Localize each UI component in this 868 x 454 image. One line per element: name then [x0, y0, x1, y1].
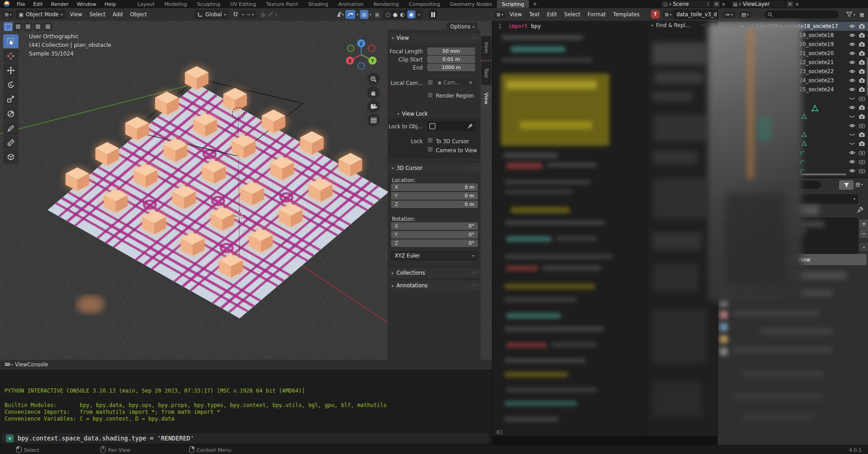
camera-to-view-checkbox[interactable]	[427, 146, 433, 152]
new-collection-button[interactable]: ▦	[857, 10, 866, 19]
cursor-rot-z[interactable]: Z0°	[391, 239, 478, 247]
collections-panel-header[interactable]: ▸Collections∷∷	[388, 268, 481, 277]
viewport-menu-select[interactable]: Select	[86, 11, 109, 18]
hide-viewport-toggle[interactable]	[849, 41, 855, 49]
slot-list[interactable]	[723, 218, 858, 254]
select-mode-new[interactable]	[4, 22, 13, 31]
workspace-tab-animation[interactable]: Animation	[333, 0, 368, 8]
hide-viewport-toggle[interactable]	[849, 113, 855, 121]
outliner-search[interactable]	[764, 10, 839, 19]
text-menu-edit[interactable]: Edit	[543, 11, 561, 18]
select-mode-intersect[interactable]	[43, 22, 52, 31]
local-camera-checkbox[interactable]	[427, 80, 433, 85]
scene-selector[interactable]: ◲ ▾ Scene ⟟	[661, 1, 711, 7]
axis-neg-x-ball[interactable]	[368, 45, 375, 52]
tool-annotate[interactable]	[3, 121, 19, 135]
select-mode-invert[interactable]	[33, 22, 42, 31]
outliner-row[interactable]: 24_societe23	[718, 76, 868, 85]
hide-render-toggle[interactable]	[859, 113, 865, 121]
remove-slot-button[interactable]: −	[859, 229, 868, 238]
text-menu-view[interactable]: View	[506, 11, 525, 18]
properties-display-toggle[interactable]: ▤▾	[855, 181, 863, 187]
outliner-row[interactable]	[718, 130, 868, 139]
menu-render[interactable]: Render	[47, 0, 73, 8]
add-slot-button[interactable]: +	[859, 220, 868, 229]
outliner-display-mode[interactable]: ▤▾	[740, 11, 750, 18]
zoom-button[interactable]	[367, 73, 380, 85]
hide-render-toggle[interactable]	[859, 86, 865, 94]
clip-start-field[interactable]: 0.01 m	[427, 56, 475, 63]
console-menu-console[interactable]: Console	[27, 361, 48, 368]
cursor-rot-x[interactable]: X0°	[391, 222, 478, 230]
tool-scale[interactable]	[3, 92, 19, 106]
hide-render-toggle[interactable]	[859, 159, 865, 166]
text-editor-body[interactable]: 1 import bpy 61 ▾Find & Repl...∷∷ File: …	[492, 21, 718, 436]
hide-viewport-toggle[interactable]	[849, 122, 855, 130]
eyedropper-icon[interactable]	[467, 123, 473, 129]
text-datablock-selector[interactable]: ≣▾ data_toile_v3_dro	[663, 9, 721, 19]
local-camera-field[interactable]: ▣ Cam... ×	[435, 79, 475, 86]
outliner-row[interactable]	[718, 121, 868, 130]
snapping-controls[interactable]: ⊢⊣▾	[232, 10, 256, 19]
workspace-tab-uv-editing[interactable]: UV Editing	[225, 0, 261, 8]
select-mode-subtract[interactable]	[24, 22, 33, 31]
hide-viewport-toggle[interactable]	[849, 32, 855, 40]
show-gizmo-toggle[interactable]	[345, 10, 355, 19]
hide-render-toggle[interactable]	[859, 41, 865, 49]
viewport-menu-object[interactable]: Object	[127, 11, 151, 18]
hide-viewport-toggle[interactable]	[849, 59, 855, 67]
hide-render-toggle[interactable]	[859, 32, 865, 40]
slot-specials-button[interactable]: ▾	[859, 243, 868, 251]
overlays-toggle[interactable]: ◎	[360, 10, 368, 19]
outliner-row[interactable]: 21_societe20	[718, 49, 868, 58]
cursor-panel-header[interactable]: ▾3D Cursor∷∷	[388, 164, 481, 173]
sidebar-tab-tool[interactable]: Tool	[481, 61, 491, 85]
viewlayer-selector[interactable]: ▤ ▾ ViewLayer	[731, 1, 785, 7]
rotation-order-dropdown[interactable]: XYZ Euler▾	[391, 251, 478, 260]
shading-wireframe-icon[interactable]: ○	[386, 11, 390, 18]
expand-icon[interactable]: ▶	[741, 24, 745, 28]
tool-measure[interactable]	[3, 136, 19, 150]
properties-id-field[interactable]: ▾	[733, 194, 858, 204]
workspace-tab-modeling[interactable]: Modeling	[160, 0, 192, 8]
select-mode-extend[interactable]	[14, 22, 23, 31]
outliner-row[interactable]	[718, 94, 868, 103]
hide-render-toggle[interactable]	[859, 59, 865, 67]
hide-viewport-toggle[interactable]	[849, 68, 855, 76]
hide-render-toggle[interactable]	[859, 104, 865, 112]
snap-with-selector[interactable]: ⊢⊣▾	[239, 10, 256, 19]
sidebar-tab-view[interactable]: View	[481, 87, 491, 110]
hide-viewport-toggle[interactable]	[849, 168, 855, 175]
workspace-tab-sculpting[interactable]: Sculpting	[192, 0, 225, 8]
properties-search[interactable]	[734, 181, 821, 189]
focal-length-field[interactable]: 50 mm	[427, 47, 475, 55]
end-field[interactable]: 1000 m	[427, 64, 475, 71]
menu-help[interactable]: Help	[100, 0, 120, 8]
hide-viewport-toggle[interactable]	[849, 150, 855, 157]
hide-viewport-toggle[interactable]	[849, 23, 855, 31]
annotations-panel-header[interactable]: ▸Annotations∷∷	[388, 281, 481, 290]
workspace-tab-rendering[interactable]: Rendering	[368, 0, 404, 8]
outliner-row[interactable]: 19_societe18	[718, 31, 868, 40]
menu-window[interactable]: Window	[73, 0, 100, 8]
viewlayer-close-icon[interactable]: ×	[795, 2, 799, 7]
outliner-row[interactable]: 23_societe22	[718, 67, 868, 76]
view-panel-header[interactable]: ▾View∷∷	[388, 33, 481, 42]
grid-toggle-button[interactable]	[367, 114, 380, 126]
python-console[interactable]: ⌨▾ ViewConsole PYTHON INTERACTIVE CONSOL…	[0, 360, 492, 445]
hide-viewport-toggle[interactable]	[849, 77, 855, 85]
outliner-row[interactable]	[718, 112, 868, 121]
orientation-selector[interactable]: Global ▾	[195, 10, 229, 19]
editor-type-outliner[interactable]: ≔▾	[723, 11, 735, 18]
hide-viewport-toggle[interactable]	[849, 140, 855, 148]
text-menu-format[interactable]: Format	[584, 11, 610, 18]
tool-cursor[interactable]	[3, 49, 19, 63]
outliner-hscrollbar[interactable]	[799, 173, 846, 175]
cursor-rot-y[interactable]: Y0°	[391, 231, 478, 239]
clear-icon[interactable]: ×	[468, 80, 473, 86]
properties-filter-button[interactable]	[839, 180, 854, 190]
editor-type-console[interactable]: ⌨▾	[3, 362, 15, 367]
outliner-row[interactable]: ▶LienOrtho_societe18_societe17	[718, 22, 868, 31]
axis-neg-y-ball[interactable]	[348, 45, 354, 52]
menu-edit[interactable]: Edit	[29, 0, 47, 8]
